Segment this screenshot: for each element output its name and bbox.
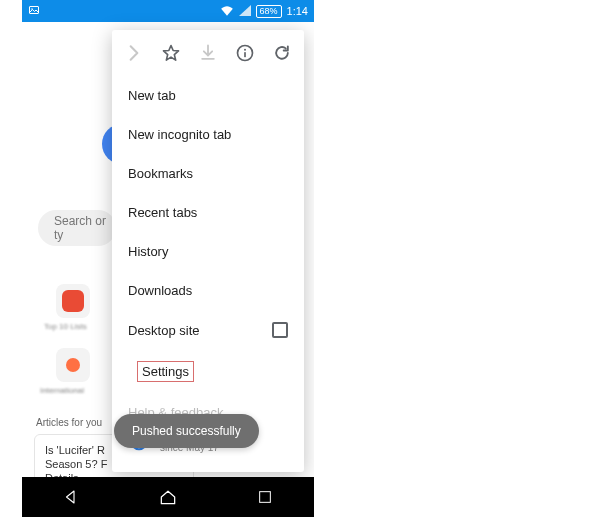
menu-label: New tab [128,88,176,103]
menu-item-settings[interactable]: Settings [122,350,294,393]
battery-percent: 68% [260,6,278,17]
nav-back-button[interactable] [41,477,101,517]
menu-item-desktop-site[interactable]: Desktop site [112,310,304,350]
nav-home-button[interactable] [138,477,198,517]
menu-item-new-tab[interactable]: New tab [112,76,304,115]
menu-item-new-incognito[interactable]: New incognito tab [112,115,304,154]
shortcut-label-1: Top 10 Lists [44,322,87,331]
bookmark-star-icon[interactable] [155,37,187,69]
device-frame: 68% 1:14 Search or ty Top 10 Lists Inter… [22,0,314,517]
wifi-icon [220,5,234,18]
toast-notification: Pushed successfully [114,414,259,448]
toast-text: Pushed successfully [132,424,241,438]
status-bar: 68% 1:14 [22,0,314,22]
shortcut-tile-2[interactable] [56,348,90,382]
menu-label: Downloads [128,283,192,298]
info-icon[interactable] [229,37,261,69]
menu-item-recent-tabs[interactable]: Recent tabs [112,193,304,232]
menu-label: History [128,244,168,259]
menu-label: Recent tabs [128,205,197,220]
svg-rect-0 [30,7,39,14]
download-icon [192,37,224,69]
menu-label: Settings [138,362,193,381]
menu-item-bookmarks[interactable]: Bookmarks [112,154,304,193]
signal-icon [239,5,251,18]
menu-label: Bookmarks [128,166,193,181]
svg-rect-4 [244,52,246,57]
search-placeholder: Search or ty [54,214,116,242]
menu-icon-row [112,30,304,76]
svg-point-3 [244,49,246,51]
reload-icon[interactable] [266,37,298,69]
battery-indicator: 68% [256,5,282,18]
svg-rect-6 [260,492,271,503]
overflow-menu: New tab New incognito tab Bookmarks Rece… [112,30,304,472]
navigation-bar [22,477,314,517]
forward-icon [118,37,150,69]
desktop-site-checkbox[interactable] [272,322,288,338]
menu-item-history[interactable]: History [112,232,304,271]
nav-recent-button[interactable] [235,477,295,517]
menu-label: New incognito tab [128,127,231,142]
menu-item-downloads[interactable]: Downloads [112,271,304,310]
clock-time: 1:14 [287,5,308,17]
image-icon [28,4,40,18]
shortcut-tile-1[interactable] [56,284,90,318]
shortcut-label-2: International [40,386,84,395]
articles-header: Articles for you [36,417,102,428]
search-box[interactable]: Search or ty [38,210,116,246]
menu-label: Desktop site [128,323,200,338]
